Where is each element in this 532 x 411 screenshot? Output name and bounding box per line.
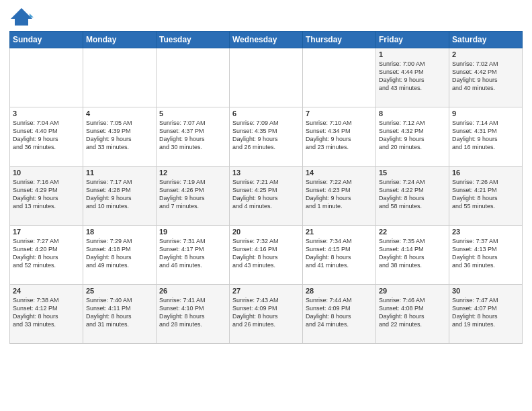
day-info: Sunrise: 7:46 AM Sunset: 4:08 PM Dayligh… [379,296,446,329]
day-info: Sunrise: 7:09 AM Sunset: 4:35 PM Dayligh… [232,119,300,152]
calendar-cell: 18Sunrise: 7:29 AM Sunset: 4:18 PM Dayli… [83,226,157,285]
calendar-cell [230,48,303,107]
calendar-cell: 22Sunrise: 7:35 AM Sunset: 4:14 PM Dayli… [376,226,449,285]
day-number: 26 [159,287,226,295]
day-number: 11 [86,169,153,177]
day-number: 17 [13,228,80,236]
header [9,7,523,27]
day-number: 6 [232,109,300,118]
day-number: 12 [159,169,226,177]
day-number: 18 [86,228,153,236]
calendar-week-row: 24Sunrise: 7:38 AM Sunset: 4:12 PM Dayli… [10,285,523,344]
calendar-cell: 12Sunrise: 7:19 AM Sunset: 4:26 PM Dayli… [157,167,230,226]
calendar-week-row: 1Sunrise: 7:00 AM Sunset: 4:44 PM Daylig… [10,48,523,107]
day-info: Sunrise: 7:00 AM Sunset: 4:44 PM Dayligh… [379,60,446,93]
day-info: Sunrise: 7:22 AM Sunset: 4:23 PM Dayligh… [306,178,373,211]
calendar-cell: 3Sunrise: 7:04 AM Sunset: 4:40 PM Daylig… [10,107,83,167]
calendar-cell: 6Sunrise: 7:09 AM Sunset: 4:35 PM Daylig… [230,107,303,167]
calendar-cell: 20Sunrise: 7:32 AM Sunset: 4:16 PM Dayli… [230,226,303,285]
calendar-week-row: 17Sunrise: 7:27 AM Sunset: 4:20 PM Dayli… [10,226,523,285]
day-info: Sunrise: 7:17 AM Sunset: 4:28 PM Dayligh… [86,178,153,211]
calendar-cell: 17Sunrise: 7:27 AM Sunset: 4:20 PM Dayli… [10,226,83,285]
calendar-cell: 4Sunrise: 7:05 AM Sunset: 4:39 PM Daylig… [83,107,157,167]
calendar-cell [10,48,83,107]
day-info: Sunrise: 7:14 AM Sunset: 4:31 PM Dayligh… [452,119,519,152]
day-number: 13 [232,169,300,177]
day-info: Sunrise: 7:44 AM Sunset: 4:09 PM Dayligh… [306,296,373,329]
day-number: 10 [13,169,80,177]
calendar-cell: 26Sunrise: 7:41 AM Sunset: 4:10 PM Dayli… [157,285,230,344]
day-info: Sunrise: 7:38 AM Sunset: 4:12 PM Dayligh… [13,296,80,329]
day-number: 29 [379,287,446,295]
day-number: 21 [306,228,373,236]
day-number: 22 [379,228,446,236]
day-number: 1 [379,50,446,58]
day-number: 25 [86,287,153,295]
calendar-week-row: 10Sunrise: 7:16 AM Sunset: 4:29 PM Dayli… [10,167,523,226]
day-number: 15 [379,169,446,177]
day-info: Sunrise: 7:43 AM Sunset: 4:09 PM Dayligh… [232,296,300,329]
day-number: 7 [306,109,373,118]
day-number: 28 [306,287,373,295]
day-number: 30 [452,287,519,295]
day-info: Sunrise: 7:05 AM Sunset: 4:39 PM Dayligh… [86,119,153,152]
calendar-cell: 24Sunrise: 7:38 AM Sunset: 4:12 PM Dayli… [10,285,83,344]
day-info: Sunrise: 7:04 AM Sunset: 4:40 PM Dayligh… [13,119,80,152]
logo-icon [9,7,34,27]
day-info: Sunrise: 7:12 AM Sunset: 4:32 PM Dayligh… [379,119,446,152]
logo [9,7,36,27]
day-info: Sunrise: 7:10 AM Sunset: 4:34 PM Dayligh… [306,119,373,152]
day-number: 24 [13,287,80,295]
day-info: Sunrise: 7:37 AM Sunset: 4:13 PM Dayligh… [452,237,519,270]
weekday-header: Wednesday [230,32,303,48]
day-info: Sunrise: 7:29 AM Sunset: 4:18 PM Dayligh… [86,237,153,270]
day-info: Sunrise: 7:41 AM Sunset: 4:10 PM Dayligh… [159,296,226,329]
weekday-header: Sunday [10,32,83,48]
day-info: Sunrise: 7:16 AM Sunset: 4:29 PM Dayligh… [13,178,80,211]
calendar-table: SundayMondayTuesdayWednesdayThursdayFrid… [9,31,523,344]
calendar-cell [157,48,230,107]
calendar-cell: 30Sunrise: 7:47 AM Sunset: 4:07 PM Dayli… [449,285,523,344]
day-info: Sunrise: 7:32 AM Sunset: 4:16 PM Dayligh… [232,237,300,270]
day-number: 19 [159,228,226,236]
calendar-cell: 2Sunrise: 7:02 AM Sunset: 4:42 PM Daylig… [449,48,523,107]
calendar-cell: 16Sunrise: 7:26 AM Sunset: 4:21 PM Dayli… [449,167,523,226]
day-number: 23 [452,228,519,236]
calendar-cell: 10Sunrise: 7:16 AM Sunset: 4:29 PM Dayli… [10,167,83,226]
day-number: 16 [452,169,519,177]
calendar-cell: 11Sunrise: 7:17 AM Sunset: 4:28 PM Dayli… [83,167,157,226]
calendar-cell [303,48,376,107]
day-info: Sunrise: 7:02 AM Sunset: 4:42 PM Dayligh… [452,60,519,93]
calendar-cell: 8Sunrise: 7:12 AM Sunset: 4:32 PM Daylig… [376,107,449,167]
day-info: Sunrise: 7:24 AM Sunset: 4:22 PM Dayligh… [379,178,446,211]
day-number: 8 [379,109,446,118]
calendar-cell: 13Sunrise: 7:21 AM Sunset: 4:25 PM Dayli… [230,167,303,226]
day-number: 5 [159,109,226,118]
day-info: Sunrise: 7:34 AM Sunset: 4:15 PM Dayligh… [306,237,373,270]
weekday-header: Thursday [303,32,376,48]
day-number: 27 [232,287,300,295]
weekday-header-row: SundayMondayTuesdayWednesdayThursdayFrid… [10,32,523,48]
calendar-cell: 19Sunrise: 7:31 AM Sunset: 4:17 PM Dayli… [157,226,230,285]
calendar-cell: 1Sunrise: 7:00 AM Sunset: 4:44 PM Daylig… [376,48,449,107]
day-number: 20 [232,228,300,236]
day-number: 9 [452,109,519,118]
calendar-cell: 27Sunrise: 7:43 AM Sunset: 4:09 PM Dayli… [230,285,303,344]
day-info: Sunrise: 7:19 AM Sunset: 4:26 PM Dayligh… [159,178,226,211]
calendar-cell: 21Sunrise: 7:34 AM Sunset: 4:15 PM Dayli… [303,226,376,285]
calendar-cell: 9Sunrise: 7:14 AM Sunset: 4:31 PM Daylig… [449,107,523,167]
day-number: 2 [452,50,519,58]
day-info: Sunrise: 7:47 AM Sunset: 4:07 PM Dayligh… [452,296,519,329]
svg-marker-0 [11,8,32,26]
day-info: Sunrise: 7:21 AM Sunset: 4:25 PM Dayligh… [232,178,300,211]
day-number: 14 [306,169,373,177]
calendar-cell: 7Sunrise: 7:10 AM Sunset: 4:34 PM Daylig… [303,107,376,167]
calendar-cell: 5Sunrise: 7:07 AM Sunset: 4:37 PM Daylig… [157,107,230,167]
day-info: Sunrise: 7:35 AM Sunset: 4:14 PM Dayligh… [379,237,446,270]
day-number: 3 [13,109,80,118]
calendar-cell: 29Sunrise: 7:46 AM Sunset: 4:08 PM Dayli… [376,285,449,344]
day-info: Sunrise: 7:40 AM Sunset: 4:11 PM Dayligh… [86,296,153,329]
calendar-cell: 28Sunrise: 7:44 AM Sunset: 4:09 PM Dayli… [303,285,376,344]
calendar-cell: 23Sunrise: 7:37 AM Sunset: 4:13 PM Dayli… [449,226,523,285]
calendar-week-row: 3Sunrise: 7:04 AM Sunset: 4:40 PM Daylig… [10,107,523,167]
